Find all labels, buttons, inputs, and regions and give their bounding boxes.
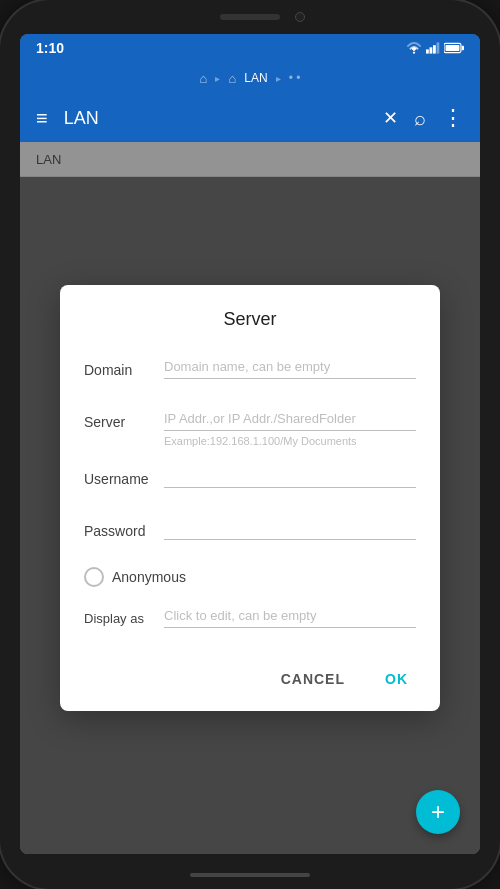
username-label: Username [84, 463, 164, 487]
display-as-label: Display as [84, 603, 164, 626]
anonymous-radio[interactable] [84, 567, 104, 587]
password-field [164, 515, 416, 540]
svg-rect-3 [437, 42, 440, 53]
server-input[interactable] [164, 406, 416, 431]
domain-row: Domain [84, 354, 416, 390]
dialog-actions: CANCEL OK [84, 655, 416, 695]
content-area: LAN Server Domain Server [20, 142, 480, 854]
search-icon[interactable]: ⌕ [414, 107, 426, 130]
ok-button[interactable]: OK [377, 663, 416, 695]
fab-icon: + [431, 798, 445, 826]
username-input[interactable] [164, 463, 416, 488]
password-input[interactable] [164, 515, 416, 540]
phone-frame: 1:10 [0, 0, 500, 889]
server-row: Server Example:192.168.1.100/My Document… [84, 406, 416, 447]
breadcrumb-nav: ⌂ ▸ ⌂ LAN ▸ • • [20, 62, 480, 94]
anonymous-label: Anonymous [112, 569, 186, 585]
username-row: Username [84, 463, 416, 499]
phone-bottom-bar [190, 873, 310, 877]
svg-rect-2 [433, 45, 436, 53]
password-row: Password [84, 515, 416, 551]
toolbar-title: LAN [64, 108, 383, 129]
server-label: Server [84, 406, 164, 430]
phone-camera [295, 12, 305, 22]
phone-speaker [220, 14, 280, 20]
display-as-field [164, 603, 416, 628]
home-icon: ⌂ [200, 71, 208, 86]
toolbar-actions: ✕ ⌕ ⋮ [383, 105, 464, 131]
breadcrumb-home-icon: ⌂ [228, 71, 236, 86]
battery-icon [444, 42, 464, 54]
fab-button[interactable]: + [416, 790, 460, 834]
domain-input[interactable] [164, 354, 416, 379]
display-as-row: Display as [84, 603, 416, 639]
phone-screen: 1:10 [20, 34, 480, 854]
domain-label: Domain [84, 354, 164, 378]
svg-rect-1 [430, 47, 433, 53]
breadcrumb-lan-label: LAN [244, 71, 267, 85]
close-icon[interactable]: ✕ [383, 107, 398, 129]
dialog-title: Server [84, 309, 416, 330]
signal-icon [426, 42, 440, 54]
server-dialog: Server Domain Server Example:192.168 [60, 285, 440, 711]
server-hint: Example:192.168.1.100/My Documents [164, 435, 416, 447]
breadcrumb-separator-2: ▸ [276, 73, 281, 84]
domain-field [164, 354, 416, 379]
status-time: 1:10 [36, 40, 64, 56]
menu-icon[interactable]: ≡ [36, 107, 48, 130]
toolbar: ≡ LAN ✕ ⌕ ⋮ [20, 94, 480, 142]
breadcrumb-dots: • • [289, 71, 301, 85]
wifi-icon [406, 42, 422, 54]
status-bar: 1:10 [20, 34, 480, 62]
svg-rect-5 [462, 46, 464, 51]
dialog-overlay: Server Domain Server Example:192.168 [20, 142, 480, 854]
server-field: Example:192.168.1.100/My Documents [164, 406, 416, 447]
cancel-button[interactable]: CANCEL [273, 663, 353, 695]
more-icon[interactable]: ⋮ [442, 105, 464, 131]
svg-rect-0 [426, 49, 429, 53]
status-icons [406, 42, 464, 54]
password-label: Password [84, 515, 164, 539]
anonymous-row: Anonymous [84, 567, 416, 587]
username-field [164, 463, 416, 488]
breadcrumb-separator-1: ▸ [215, 73, 220, 84]
display-as-input[interactable] [164, 603, 416, 628]
svg-rect-6 [446, 45, 460, 51]
